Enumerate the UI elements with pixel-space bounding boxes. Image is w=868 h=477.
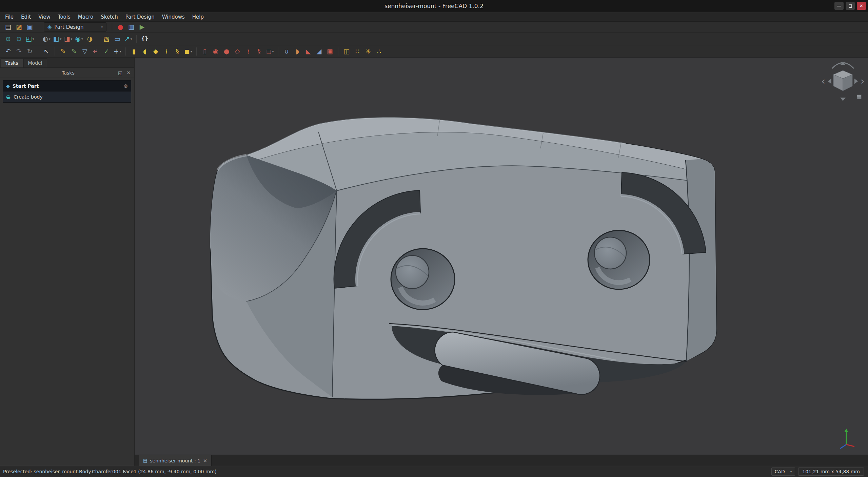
macro-record-button[interactable]: ● <box>115 22 125 32</box>
undo-button[interactable]: ↶ <box>3 47 13 56</box>
boolean-operation-button[interactable]: ∪ <box>281 47 292 56</box>
fillet-button[interactable]: ◗ <box>292 47 302 56</box>
macro-record-icon: ● <box>118 24 123 30</box>
tab-model[interactable]: Model <box>23 58 47 67</box>
collapse-icon[interactable]: ⊗ <box>123 83 128 89</box>
macro-execute-button[interactable]: ▶ <box>137 22 147 32</box>
map-sketch-icon: ▽ <box>82 48 87 55</box>
create-body-item[interactable]: ◒ Create body <box>3 91 131 102</box>
maximize-button[interactable] <box>846 2 855 10</box>
multi-transform-button[interactable]: ∴ <box>374 47 384 56</box>
menu-file[interactable]: File <box>1 12 17 21</box>
revolution-button[interactable]: ◖ <box>140 47 150 56</box>
thickness-button[interactable]: ▣ <box>325 47 335 56</box>
menu-sketch[interactable]: Sketch <box>97 12 122 21</box>
additive-helix-button[interactable]: § <box>172 47 182 56</box>
redo-button[interactable]: ↷ <box>14 47 24 56</box>
toolbar-separator <box>38 23 38 31</box>
menu-windows[interactable]: Windows <box>158 12 189 21</box>
linear-pattern-button[interactable]: ∷ <box>352 47 362 56</box>
create-sketch-button[interactable]: ✎ <box>58 47 68 56</box>
nav-roll-right-icon <box>844 63 854 68</box>
document-icon: ▤ <box>143 458 147 463</box>
document-tab[interactable]: ▤ sennheiser-mount : 1 ✕ <box>139 455 212 466</box>
draft-button[interactable]: ◢ <box>314 47 324 56</box>
chevron-down-icon: ▾ <box>272 50 274 53</box>
refresh-button[interactable]: ↻ <box>25 47 35 56</box>
pocket-icon: ▯ <box>203 48 206 55</box>
zoom-tools-button[interactable]: ◉▾ <box>74 34 84 44</box>
close-button[interactable]: ✕ <box>857 2 866 10</box>
mounting-hole-right[interactable] <box>588 230 650 289</box>
macro-open-button[interactable]: ▥ <box>126 22 136 32</box>
save-document-icon: ▣ <box>27 24 33 30</box>
chamfer-button[interactable]: ◣ <box>303 47 313 56</box>
menu-view[interactable]: View <box>35 12 54 21</box>
workbench-selector[interactable]: ◈Part Design▾ <box>44 22 106 32</box>
draw-style-button[interactable]: ◐▾ <box>41 34 52 44</box>
leave-sketch-button[interactable]: ↵ <box>91 47 101 56</box>
float-panel-icon[interactable]: ◱ <box>118 70 122 76</box>
select-button[interactable]: ↖ <box>41 47 52 56</box>
appearance-button[interactable]: ◑ <box>85 34 95 44</box>
navigation-cube[interactable]: ‹ › <box>821 59 865 104</box>
right-end-face[interactable] <box>686 159 716 361</box>
section-view-button[interactable]: ◨▾ <box>63 34 73 44</box>
pad-button[interactable]: ▮ <box>129 47 139 56</box>
open-document-button[interactable]: ▨ <box>14 22 24 32</box>
close-panel-icon[interactable]: ✕ <box>126 70 131 76</box>
menu-help[interactable]: Help <box>189 12 208 21</box>
titlebar: sennheiser-mount - FreeCAD 1.0.2 ✕ <box>0 0 868 12</box>
polar-pattern-button[interactable]: ✳ <box>363 47 373 56</box>
hole-button[interactable]: ◉ <box>211 47 221 56</box>
standard-views-button[interactable]: ◰▾ <box>25 34 35 44</box>
edit-sketch-button[interactable]: ✎ <box>69 47 79 56</box>
appearance-icon: ◑ <box>87 36 93 42</box>
3d-viewport[interactable]: ‹ › <box>135 58 868 455</box>
validate-sketch-button[interactable]: ✓ <box>101 47 112 56</box>
menu-part-design[interactable]: Part Design <box>122 12 158 21</box>
axis-y-icon <box>844 429 848 432</box>
nav-style-selector[interactable]: CAD ▾ <box>771 468 795 476</box>
menu-macro[interactable]: Macro <box>74 12 97 21</box>
subtractive-primitive-button[interactable]: ◻▾ <box>265 47 275 56</box>
view-isometric-button[interactable]: ◧▾ <box>52 34 62 44</box>
box-selection-button[interactable]: ▭ <box>112 34 122 44</box>
subtractive-loft-icon: ◇ <box>235 48 240 55</box>
subtractive-loft-button[interactable]: ◇ <box>232 47 242 56</box>
toolbar-separator <box>55 47 55 56</box>
document-tab-close-icon[interactable]: ✕ <box>203 458 207 463</box>
create-datum-button[interactable]: +▾ <box>112 47 122 56</box>
additive-pipe-button[interactable]: ≀ <box>161 47 172 56</box>
subtractive-pipe-button[interactable]: ≀ <box>243 47 253 56</box>
mounting-hole-left[interactable] <box>391 249 455 310</box>
chevron-down-icon: ▾ <box>81 37 83 41</box>
menu-edit[interactable]: Edit <box>17 12 35 21</box>
texture-button[interactable]: ▧ <box>101 34 112 44</box>
mirrored-button[interactable]: ◫ <box>341 47 352 56</box>
map-sketch-button[interactable]: ▽ <box>80 47 90 56</box>
subtractive-helix-button[interactable]: § <box>254 47 264 56</box>
new-document-button[interactable]: ▤ <box>3 22 13 32</box>
expression-editor-button[interactable]: {} <box>140 34 150 44</box>
dock-header: Tasks ◱ ✕ <box>0 68 134 78</box>
texture-icon: ▧ <box>103 36 110 42</box>
groove-button[interactable]: ● <box>221 47 232 56</box>
toolbar-separator <box>38 47 38 56</box>
link-actions-button[interactable]: ↗▾ <box>123 34 133 44</box>
toolbar-separator <box>38 35 38 43</box>
panel-tabs: Tasks Model <box>0 58 134 68</box>
open-document-icon: ▨ <box>16 24 22 30</box>
start-part-header[interactable]: ◆ Start Part ⊗ <box>3 81 131 91</box>
tab-tasks[interactable]: Tasks <box>1 58 23 67</box>
pocket-button[interactable]: ▯ <box>200 47 210 56</box>
fit-selection-button[interactable]: ⊙ <box>14 34 24 44</box>
macro-execute-icon: ▶ <box>140 24 145 30</box>
chevron-down-icon: ▾ <box>191 50 192 53</box>
additive-primitive-button[interactable]: ◼▾ <box>183 47 193 56</box>
menu-tools[interactable]: Tools <box>54 12 74 21</box>
additive-loft-button[interactable]: ◆ <box>151 47 161 56</box>
minimize-button[interactable] <box>834 2 844 10</box>
fit-all-button[interactable]: ⊕ <box>3 34 13 44</box>
save-document-button[interactable]: ▣ <box>25 22 35 32</box>
